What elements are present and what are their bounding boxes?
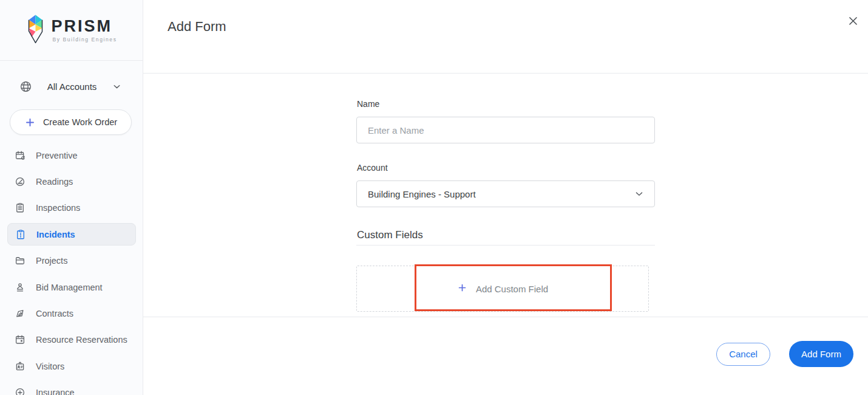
cancel-button[interactable]: Cancel [716, 343, 770, 366]
logo-title: PRISM [51, 18, 112, 35]
logo-subtitle: By Building Engines [52, 36, 117, 43]
sidebar-item-visitors[interactable]: Visitors [0, 353, 143, 379]
stamp-icon [15, 282, 25, 293]
id-badge-icon [15, 361, 25, 372]
sidebar: PRISM By Building Engines All Accounts [0, 0, 143, 395]
account-select[interactable]: Building Engines - Support [356, 180, 655, 207]
plus-icon [457, 283, 467, 295]
sidebar-item-resource-reservations[interactable]: Resource Reservations [0, 327, 143, 353]
sidebar-item-preventive[interactable]: Preventive [0, 142, 143, 168]
add-form-button[interactable]: Add Form [789, 341, 853, 367]
folder-icon [15, 255, 25, 266]
name-input[interactable] [356, 117, 655, 143]
sidebar-item-insurance[interactable]: Insurance [0, 380, 143, 395]
sidebar-item-inspections[interactable]: Inspections [0, 195, 143, 221]
name-field-label: Name [357, 99, 379, 109]
account-switcher-label: All Accounts [32, 81, 112, 92]
sidebar-item-bid-management[interactable]: Bid Management [0, 274, 143, 300]
add-custom-field-label: Add Custom Field [476, 284, 548, 294]
footer-divider [143, 317, 868, 317]
chevron-down-icon [634, 188, 645, 199]
custom-fields-divider [356, 245, 655, 246]
contract-pen-icon [15, 308, 25, 319]
sidebar-item-readings[interactable]: Readings [0, 168, 143, 194]
sidebar-item-incidents[interactable]: Incidents [7, 223, 136, 246]
panel-title: Add Form [168, 19, 226, 35]
add-custom-field-button[interactable]: Add Custom Field [356, 266, 649, 312]
app-window: PRISM By Building Engines All Accounts [0, 0, 868, 395]
circle-plus-icon [15, 387, 25, 395]
globe-icon [19, 80, 32, 93]
sidebar-item-projects[interactable]: Projects [0, 248, 143, 274]
create-work-order-button[interactable]: Create Work Order [10, 109, 132, 135]
footer-actions: Cancel Add Form [716, 341, 853, 367]
form-body: Name Account Building Engines - Support … [356, 0, 655, 395]
chevron-down-icon [112, 81, 122, 92]
add-form-panel: Add Form Name Account Building Engines -… [143, 0, 868, 395]
clipboard-icon [15, 202, 25, 213]
create-work-order-label: Create Work Order [43, 117, 117, 127]
plus-icon [24, 117, 36, 128]
custom-fields-heading: Custom Fields [357, 229, 423, 241]
sidebar-nav: Preventive Readings Inspections [0, 142, 143, 395]
calendar-sync-icon [15, 150, 25, 161]
sidebar-item-contracts[interactable]: Contracts [0, 300, 143, 326]
prism-gem-icon [25, 14, 46, 46]
account-select-value: Building Engines - Support [357, 189, 634, 199]
close-icon [847, 15, 859, 29]
account-field-label: Account [357, 163, 388, 173]
account-switcher[interactable]: All Accounts [0, 75, 143, 97]
prism-logo: PRISM By Building Engines [0, 0, 143, 61]
clipboard-alert-icon [15, 229, 26, 240]
gauge-icon [15, 176, 25, 187]
close-button[interactable] [846, 15, 860, 29]
calendar-icon [15, 334, 25, 345]
